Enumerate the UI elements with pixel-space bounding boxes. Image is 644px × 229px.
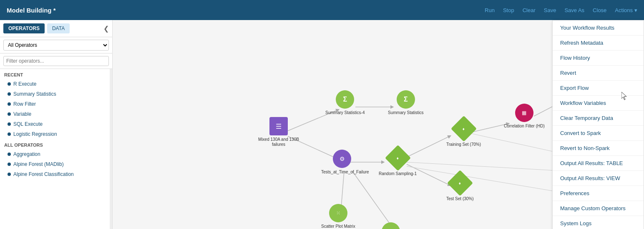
menu-item-revert[interactable]: Revert xyxy=(553,66,644,81)
menu-item-output-view[interactable]: Output All Results: VIEW xyxy=(553,171,644,186)
close-button[interactable]: Close xyxy=(593,7,606,13)
menu-item-preferences[interactable]: Preferences xyxy=(553,186,644,201)
recent-section-label: RECENT xyxy=(0,69,112,79)
header-actions: Run Stop Clear Save Save As Close Action… xyxy=(485,7,637,13)
actions-menu: Your Workflow Results Refresh Metadata F… xyxy=(552,20,644,229)
tab-data[interactable]: DATA xyxy=(47,23,70,33)
node-summary4-label: Summary Statistics-4 xyxy=(325,110,365,115)
svg-line-12 xyxy=(352,171,392,227)
list-item[interactable]: Alpine Forest Classification xyxy=(0,169,112,179)
menu-item-refresh-metadata[interactable]: Refresh Metadata xyxy=(553,36,644,51)
list-item[interactable]: Logistic Regression xyxy=(0,129,112,139)
sidebar-tab-bar: OPERATORS DATA ❮ xyxy=(0,20,112,37)
node-summary4[interactable]: Σ Summary Statistics-4 xyxy=(325,90,365,115)
node-random[interactable]: ♦ Random Sampling-1 xyxy=(379,149,417,176)
menu-item-system-logs[interactable]: System Logs xyxy=(553,216,644,229)
node-training[interactable]: ♦ Training Set (70%) xyxy=(446,120,481,147)
scrollbar[interactable] xyxy=(110,69,112,229)
menu-item-output-table[interactable]: Output All Results: TABLE xyxy=(553,156,644,171)
collapse-sidebar-button[interactable]: ❮ xyxy=(103,25,109,33)
main-layout: OPERATORS DATA ❮ All Operators Recent Fa… xyxy=(0,20,644,229)
filter-operators-input[interactable] xyxy=(3,56,109,66)
node-training-label: Training Set (70%) xyxy=(446,142,481,147)
node-testset-label: Test Set (30%) xyxy=(446,196,474,201)
list-item[interactable]: SQL Execute xyxy=(0,119,112,129)
clear-button[interactable]: Clear xyxy=(523,7,536,13)
menu-item-workflow-variables[interactable]: Workflow Variables xyxy=(553,96,644,111)
list-item[interactable]: R Execute xyxy=(0,79,112,89)
node-corrfilter-label: Correlation Filter (HD) xyxy=(504,124,545,129)
run-button[interactable]: Run xyxy=(485,7,495,13)
node-bottom[interactable]: ⁙ xyxy=(382,222,400,229)
header: Model Building * Run Stop Clear Save Sav… xyxy=(0,0,644,20)
menu-item-revert-nonspark[interactable]: Revert to Non-Spark xyxy=(553,141,644,156)
menu-item-manage-operators[interactable]: Manage Custom Operators xyxy=(553,201,644,216)
node-tests-label: Tests_at_Time_of_Failure xyxy=(321,170,363,175)
operators-scroll-area: RECENT R Execute Summary Statistics Row … xyxy=(0,69,112,229)
save-as-button[interactable]: Save As xyxy=(564,7,584,13)
page-title: Model Building * xyxy=(7,7,485,14)
node-mixed-label: Mixed 130A and 130B failures xyxy=(258,137,299,147)
all-operators-section-label: ALL OPERATORS xyxy=(0,139,112,149)
list-item[interactable]: Row Filter xyxy=(0,99,112,109)
actions-chevron-icon: ▾ xyxy=(634,7,637,13)
filter-row xyxy=(0,53,112,69)
stop-button[interactable]: Stop xyxy=(503,7,514,13)
menu-item-workflow-results[interactable]: Your Workflow Results xyxy=(553,20,644,36)
list-item[interactable]: Aggregation xyxy=(0,149,112,159)
node-random-label: Random Sampling-1 xyxy=(379,171,417,176)
menu-item-flow-history[interactable]: Flow History xyxy=(553,51,644,66)
menu-item-convert-spark[interactable]: Convert to Spark xyxy=(553,126,644,141)
save-button[interactable]: Save xyxy=(544,7,556,13)
svg-line-11 xyxy=(341,171,344,207)
node-scatter-label: Scatter Plot Matrix xyxy=(321,224,355,229)
node-scatter[interactable]: ⁙ Scatter Plot Matrix xyxy=(321,204,355,229)
node-testset[interactable]: ♦ Test Set (30%) xyxy=(446,174,474,201)
list-item[interactable]: Summary Statistics xyxy=(0,89,112,99)
list-item[interactable]: Variable xyxy=(0,109,112,119)
node-mixed[interactable]: ☰ Mixed 130A and 130B failures xyxy=(258,117,299,147)
node-summary-label: Summary Statistics xyxy=(388,110,424,115)
actions-dropdown-button[interactable]: Actions ▾ xyxy=(615,7,637,13)
operators-dropdown-row: All Operators Recent Favorites xyxy=(0,37,112,53)
tab-operators[interactable]: OPERATORS xyxy=(3,23,45,33)
node-tests[interactable]: ⚙ Tests_at_Time_of_Failure xyxy=(321,150,363,175)
menu-item-clear-temp[interactable]: Clear Temporary Data xyxy=(553,111,644,126)
node-summary[interactable]: Σ Summary Statistics xyxy=(388,90,424,115)
node-corrfilter[interactable]: ▦ Correlation Filter (HD) xyxy=(504,104,545,129)
list-item[interactable]: Alpine Forest (MADlib) xyxy=(0,159,112,169)
sidebar: OPERATORS DATA ❮ All Operators Recent Fa… xyxy=(0,20,113,229)
operators-category-select[interactable]: All Operators Recent Favorites xyxy=(3,40,109,51)
menu-item-export-flow[interactable]: Export Flow xyxy=(553,81,644,96)
